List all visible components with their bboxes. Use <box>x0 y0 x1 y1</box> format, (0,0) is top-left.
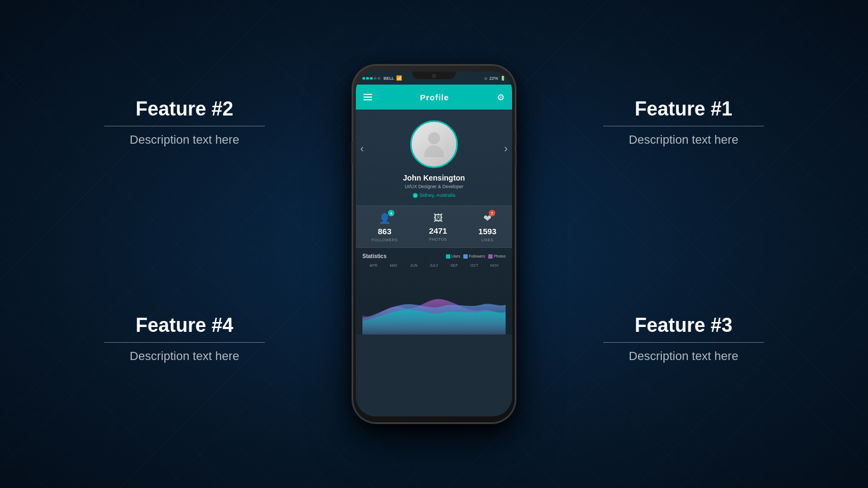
likes-count: 1593 <box>478 227 496 236</box>
legend-followers-label: Followers <box>469 254 485 258</box>
photos-icon-wrap: 🖼 <box>433 213 443 224</box>
feature-1-description: Description text here <box>583 133 784 147</box>
power-button <box>351 141 353 165</box>
bluetooth-icon: ⍾ <box>484 76 487 81</box>
phone-shell: BELL 📶 ⍾ 22% 🔋 Pro <box>353 65 515 423</box>
feature-3-block: Feature #3 Description text here <box>583 314 784 363</box>
statistics-title: Statistics <box>362 253 386 259</box>
volume-up-button <box>515 130 517 145</box>
feature-3-title: Feature #3 <box>583 314 784 337</box>
month-jun: JUN <box>404 264 424 267</box>
feature-1-divider <box>603 126 764 126</box>
followers-label: FOLLOWERS <box>372 238 398 242</box>
signal-dot-3 <box>370 77 373 80</box>
legend-followers-dot <box>463 254 468 259</box>
month-nov: NOV <box>484 264 505 267</box>
followers-icon-wrap: 👤 4 <box>379 213 391 224</box>
profile-name: John Kensington <box>403 174 465 182</box>
app-header: Profile ⚙ <box>356 85 512 110</box>
likes-icon-wrap: ❤ 7 <box>483 213 492 224</box>
signal-dot-2 <box>366 77 369 80</box>
battery-level: 22% <box>489 76 498 81</box>
followers-count: 863 <box>378 227 392 236</box>
stats-header: Statistics Likes Followers <box>362 253 506 259</box>
avatar-body <box>424 145 444 157</box>
menu-line-1 <box>363 94 372 95</box>
profile-job-title: UI/UX Designer & Developer <box>405 184 463 189</box>
wifi-icon: 📶 <box>396 75 402 81</box>
chart-svg <box>362 269 506 335</box>
month-labels: APR MAY JUN JULY SEP OCT NOV <box>362 264 506 267</box>
phone-screen: BELL 📶 ⍾ 22% 🔋 Pro <box>356 72 512 416</box>
battery-icon: 🔋 <box>500 76 506 81</box>
likes-stat: ❤ 7 1593 LIKES <box>478 213 496 242</box>
menu-line-2 <box>363 97 372 98</box>
statistics-chart <box>362 269 506 335</box>
month-apr: APR <box>363 264 384 267</box>
legend-photos: Photos <box>488 254 506 259</box>
feature-2-divider <box>104 126 265 126</box>
app-title: Profile <box>420 93 449 102</box>
location-dot: ✓ <box>413 193 418 198</box>
profile-content: ‹ › John Kensington UI/UX Designer <box>356 110 512 335</box>
status-left: BELL 📶 <box>362 75 402 81</box>
menu-button[interactable] <box>363 94 372 100</box>
feature-2-description: Description text here <box>84 133 285 147</box>
feature-4-divider <box>104 342 265 343</box>
legend-likes-label: Likes <box>451 254 460 258</box>
feature-1-block: Feature #1 Description text here <box>583 98 784 147</box>
avatar-inner <box>412 122 456 166</box>
legend-followers: Followers <box>463 254 485 259</box>
feature-2-block: Feature #2 Description text here <box>84 98 285 147</box>
avatar-head <box>428 132 440 144</box>
month-sep: SEP <box>444 264 464 267</box>
photos-stat: 🖼 2471 PHOTOS <box>429 213 447 242</box>
phone-camera <box>432 74 436 78</box>
month-july: JULY <box>424 264 444 267</box>
legend-photos-label: Photos <box>494 254 506 258</box>
likes-label: LIKES <box>481 238 493 242</box>
menu-line-3 <box>363 99 372 100</box>
feature-4-description: Description text here <box>84 349 285 363</box>
stats-bar: 👤 4 863 FOLLOWERS 🖼 2471 <box>356 206 512 248</box>
followers-stat: 👤 4 863 FOLLOWERS <box>372 213 398 242</box>
phone-device: BELL 📶 ⍾ 22% 🔋 Pro <box>353 65 515 423</box>
signal-dot-1 <box>362 77 365 80</box>
month-may: MAY <box>384 264 404 267</box>
photos-label: PHOTOS <box>429 237 446 241</box>
followers-badge: 4 <box>388 210 394 216</box>
photos-icon: 🖼 <box>433 213 443 223</box>
page-wrapper: Feature #2 Description text here Feature… <box>0 0 868 488</box>
feature-3-description: Description text here <box>583 349 784 363</box>
nav-prev-button[interactable]: ‹ <box>360 142 364 155</box>
nav-next-button[interactable]: › <box>504 142 508 155</box>
signal-dot-4 <box>374 77 376 80</box>
profile-location: ✓ Sidney, Australia <box>413 192 455 198</box>
signal-dot-5 <box>378 77 380 80</box>
likes-badge: 7 <box>489 210 495 216</box>
location-text: Sidney, Australia <box>419 192 455 198</box>
feature-1-title: Feature #1 <box>583 98 784 120</box>
feature-3-divider <box>603 342 764 343</box>
legend-likes: Likes <box>446 254 460 259</box>
settings-icon[interactable]: ⚙ <box>497 92 505 102</box>
carrier-label: BELL <box>384 76 394 81</box>
statistics-section: Statistics Likes Followers <box>356 248 512 335</box>
month-oct: OCT <box>464 264 484 267</box>
legend-photos-dot <box>488 254 493 259</box>
feature-2-title: Feature #2 <box>84 98 285 120</box>
feature-4-title: Feature #4 <box>84 314 285 337</box>
avatar-silhouette <box>422 132 446 157</box>
volume-down-button <box>515 151 517 166</box>
chart-legend: Likes Followers Photos <box>446 254 506 259</box>
feature-4-block: Feature #4 Description text here <box>84 314 285 363</box>
legend-likes-dot <box>446 254 450 259</box>
status-right: ⍾ 22% 🔋 <box>484 76 506 81</box>
photos-count: 2471 <box>429 226 447 235</box>
signal-dots <box>362 77 380 80</box>
checkmark-icon: ✓ <box>414 194 417 197</box>
avatar <box>410 120 458 168</box>
